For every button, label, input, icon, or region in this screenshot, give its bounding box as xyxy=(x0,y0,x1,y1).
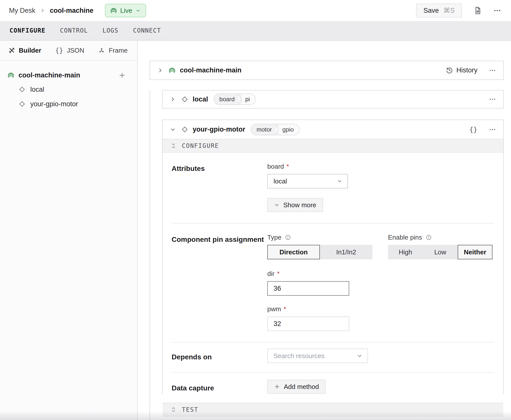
resource-type-tag: motor gpio xyxy=(251,124,300,135)
tab-configure[interactable]: CONFIGURE xyxy=(10,27,46,34)
tag-type: motor xyxy=(251,124,275,135)
tab-logs[interactable]: LOGS xyxy=(102,27,118,34)
add-method-button[interactable]: Add method xyxy=(267,380,326,394)
board-select[interactable]: local xyxy=(267,174,348,188)
show-more-label: Show more xyxy=(283,201,316,209)
machine-status-label: Live xyxy=(120,7,132,15)
collapse-icon[interactable] xyxy=(170,143,177,149)
view-frame[interactable]: Frame xyxy=(98,47,127,54)
component-diamond-icon xyxy=(181,96,188,103)
breadcrumb-chevron-icon xyxy=(40,8,45,13)
view-json[interactable]: {} JSON xyxy=(55,47,84,54)
enable-pins-option-neither[interactable]: Neither xyxy=(458,245,492,259)
tree-item-machine-part[interactable]: cool-machine-main xyxy=(0,68,137,82)
show-more-button[interactable]: Show more xyxy=(267,198,323,212)
view-frame-label: Frame xyxy=(109,47,127,54)
tree-child-label: local xyxy=(30,86,44,93)
machine-report-icon[interactable] xyxy=(473,6,482,15)
chevron-down-icon xyxy=(337,178,342,184)
data-capture-section: Data capture Add method xyxy=(172,373,494,403)
pwm-label-text: pwm xyxy=(267,305,281,313)
tab-control[interactable]: CONTROL xyxy=(60,27,88,34)
dir-field: dir * 36 xyxy=(267,270,494,296)
view-builder-label: Builder xyxy=(19,47,41,54)
tree-item-local[interactable]: local xyxy=(0,82,137,97)
broadcast-icon xyxy=(110,7,117,14)
type-option-in1in2[interactable]: In1/In2 xyxy=(320,245,372,259)
component-diamond-icon xyxy=(19,86,26,93)
chevron-right-icon[interactable] xyxy=(170,96,176,102)
info-icon[interactable] xyxy=(426,234,432,241)
required-asterisk: * xyxy=(287,163,289,170)
tag-divider-icon xyxy=(238,94,242,104)
board-select-value: local xyxy=(274,177,287,185)
more-options-icon[interactable] xyxy=(493,7,501,14)
local-board-card[interactable]: local board pi xyxy=(162,90,504,109)
breadcrumb-current: cool-machine xyxy=(50,7,93,15)
pin-assignment-label: Component pin assignment xyxy=(172,234,267,331)
save-button[interactable]: Save ⌘S xyxy=(416,4,462,18)
dir-input-value: 36 xyxy=(274,285,281,292)
expand-icon[interactable] xyxy=(170,406,177,413)
enable-pins-option-high[interactable]: High xyxy=(388,245,423,259)
type-option-direction[interactable]: Direction xyxy=(267,245,320,259)
view-json-label: JSON xyxy=(67,47,84,54)
machine-status-dropdown[interactable]: Live xyxy=(105,4,146,17)
view-builder[interactable]: Builder xyxy=(9,47,41,54)
resource-type-tag: board pi xyxy=(214,93,256,105)
breadcrumb-parent-link[interactable]: My Desk xyxy=(9,7,35,15)
pwm-field: pwm * 32 xyxy=(267,305,494,331)
enable-pins-segmented-control: High Low Neither xyxy=(388,245,492,259)
info-icon[interactable] xyxy=(285,234,291,241)
chevron-right-icon[interactable] xyxy=(157,67,163,73)
save-shortcut: ⌘S xyxy=(443,7,455,15)
chevron-down-icon xyxy=(357,353,362,359)
enable-pins-option-low[interactable]: Low xyxy=(423,245,458,259)
tree-root-label: cool-machine-main xyxy=(19,71,80,79)
history-label: History xyxy=(456,66,477,74)
more-options-icon[interactable] xyxy=(489,67,496,74)
tree-item-your-gpio-motor[interactable]: your-gpio-motor xyxy=(0,97,137,111)
chevron-down-icon xyxy=(136,8,141,13)
add-method-label: Add method xyxy=(284,383,319,391)
more-options-icon[interactable] xyxy=(489,96,496,103)
resource-tree: cool-machine-main local your-gpio-motor xyxy=(0,61,137,111)
required-asterisk: * xyxy=(284,305,286,313)
local-card-title: local xyxy=(193,95,208,103)
pwm-input-value: 32 xyxy=(274,320,281,328)
required-asterisk: * xyxy=(277,270,280,278)
depends-on-select[interactable]: Search resources xyxy=(267,349,368,363)
pwm-input[interactable]: 32 xyxy=(267,317,349,331)
viam-machine-config-page: My Desk cool-machine Live Save ⌘S xyxy=(0,0,511,420)
config-main-panel: cool-machine-main History xyxy=(138,41,511,420)
type-segmented-control: Direction In1/In2 xyxy=(267,245,372,259)
tab-connect[interactable]: CONNECT xyxy=(133,27,161,34)
dir-label-text: dir xyxy=(267,270,275,278)
depends-on-section: Depends on Search resources xyxy=(172,343,494,373)
add-resource-icon[interactable] xyxy=(118,72,126,79)
board-field-label: board * xyxy=(267,163,494,170)
component-diamond-icon xyxy=(19,100,26,108)
resource-group: local board pi xyxy=(150,90,504,420)
gpio-motor-header[interactable]: your-gpio-motor motor gpio {} xyxy=(163,120,503,139)
attributes-section: Attributes board * local xyxy=(172,153,494,224)
gpio-motor-form: Attributes board * local xyxy=(163,153,503,403)
tools-icon xyxy=(9,47,15,54)
dir-input[interactable]: 36 xyxy=(267,281,349,296)
history-icon xyxy=(446,67,453,74)
type-field: Type Direction In1/In2 xyxy=(267,234,372,259)
more-options-icon[interactable] xyxy=(489,126,496,133)
machine-part-card[interactable]: cool-machine-main History xyxy=(150,61,504,80)
history-button[interactable]: History xyxy=(446,66,477,74)
depends-on-label: Depends on xyxy=(172,349,267,363)
edit-json-icon[interactable]: {} xyxy=(469,126,477,133)
data-capture-label: Data capture xyxy=(172,380,267,394)
tag-divider-icon xyxy=(275,124,279,135)
chevron-down-icon[interactable] xyxy=(170,127,176,133)
configure-section-header[interactable]: CONFIGURE xyxy=(163,139,503,153)
braces-icon: {} xyxy=(55,47,63,54)
broadcast-icon xyxy=(8,72,14,79)
tag-type: board xyxy=(214,94,238,104)
test-section-header[interactable]: TEST xyxy=(163,403,503,416)
board-label-text: board xyxy=(267,163,284,170)
